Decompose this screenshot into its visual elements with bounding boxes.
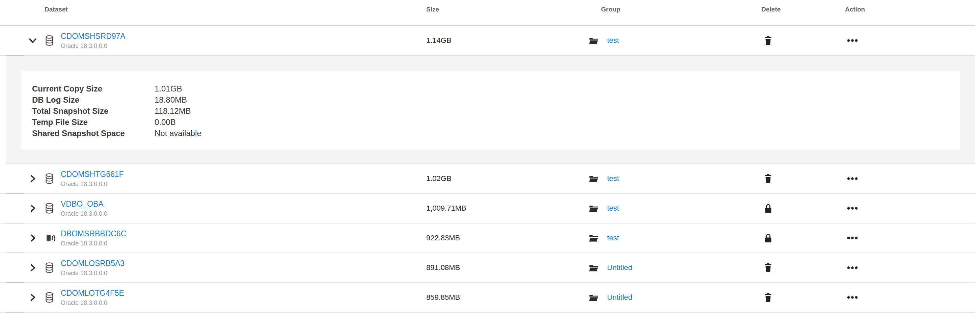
folder-icon [589,175,598,182]
group-cell: test [589,234,619,243]
chevron-right-icon[interactable] [27,292,38,303]
database-icon [45,35,53,46]
dataset-name-link[interactable]: CDOMSHTG661F [61,170,124,179]
detail-value: Not available [154,128,202,139]
dataset-name-link[interactable]: VDBO_OBA [61,199,107,209]
group-cell: test [589,36,619,45]
expanded-row-panel: Current Copy Size 1.01GB DB Log Size 18.… [6,56,975,164]
lock-icon[interactable] [760,204,776,213]
dataset-size: 1,009.71MB [426,204,466,213]
dataset-engine-label: Oracle 18.3.0.0.0 [61,270,124,277]
group-cell: Untitled [589,293,632,302]
dataset-name-cell: CDOMSHTG661F Oracle 18.3.0.0.0 [61,170,124,188]
group-link[interactable]: test [607,36,619,45]
group-link[interactable]: test [607,174,619,183]
table-row: VDBO_OBA Oracle 18.3.0.0.0 1,009.71MB te… [0,194,975,223]
dataset-name-link[interactable]: CDOMSHSRD97A [61,32,126,41]
detail-line: DB Log Size 18.80MB [32,94,960,105]
trash-icon[interactable] [760,263,776,273]
dataset-name-link[interactable]: DBOMSRBBDC6C [61,229,126,238]
column-header-group: Group [601,6,620,13]
dataset-name-cell: CDOMLOTG4F5E Oracle 18.3.0.0.0 [61,289,124,306]
dataset-engine-label: Oracle 18.3.0.0.0 [61,300,124,306]
dataset-engine-label: Oracle 18.3.0.0.0 [61,210,107,217]
ellipsis-icon[interactable] [844,177,861,180]
database-icon [45,173,53,184]
trash-icon[interactable] [760,174,776,184]
detail-line: Shared Snapshot Space Not available [32,128,960,139]
group-link[interactable]: test [607,234,619,243]
database-icon [45,203,53,214]
trash-icon[interactable] [760,36,776,45]
dataset-table: Dataset Size Group Delete Action CDOMSHS… [0,0,975,313]
group-link[interactable]: test [607,204,619,213]
column-header-dataset: Dataset [45,6,68,13]
group-cell: test [589,204,619,213]
folder-icon [589,37,598,44]
dataset-engine-label: Oracle 18.3.0.0.0 [61,43,126,49]
database-icon [45,292,53,303]
lock-icon[interactable] [760,233,776,243]
ellipsis-icon[interactable] [844,39,861,42]
detail-label: DB Log Size [32,94,154,105]
column-header-action: Action [845,6,865,13]
dataset-size: 1.02GB [426,174,452,183]
ellipsis-icon[interactable] [844,237,861,240]
folder-icon [589,264,598,271]
folder-icon [589,235,598,242]
dataset-name-link[interactable]: CDOMLOSRB5A3 [61,259,124,268]
detail-label: Shared Snapshot Space [32,128,154,139]
detail-label: Current Copy Size [32,83,154,94]
group-cell: test [589,174,619,183]
group-link[interactable]: Untitled [607,293,632,302]
trash-icon[interactable] [760,293,776,302]
group-link[interactable]: Untitled [607,263,632,272]
detail-value: 0.00B [154,117,176,128]
dataset-size: 922.83MB [426,234,460,243]
folder-icon [589,205,598,212]
table-row: DBOMSRBBDC6C Oracle 18.3.0.0.0 922.83MB … [0,223,975,253]
dataset-name-cell: DBOMSRBBDC6C Oracle 18.3.0.0.0 [61,229,126,247]
table-row: CDOMLOSRB5A3 Oracle 18.3.0.0.0 891.08MB … [0,253,975,283]
dataset-detail-card: Current Copy Size 1.01GB DB Log Size 18.… [21,71,960,150]
detail-value: 1.01GB [154,83,182,94]
detail-label: Total Snapshot Size [32,105,154,117]
dataset-engine-label: Oracle 18.3.0.0.0 [61,180,124,188]
ellipsis-icon[interactable] [844,207,861,210]
dataset-name-link[interactable]: CDOMLOTG4F5E [61,289,124,298]
chevron-right-icon[interactable] [27,262,38,273]
dataset-size: 1.14GB [426,36,452,45]
dataset-name-cell: CDOMLOSRB5A3 Oracle 18.3.0.0.0 [61,259,124,277]
column-header-delete: Delete [761,6,781,13]
column-header-size: Size [426,6,439,13]
ellipsis-icon[interactable] [844,267,861,270]
table-header-row: Dataset Size Group Delete Action [0,0,975,26]
table-row: CDOMSHTG661F Oracle 18.3.0.0.0 1.02GB te… [0,164,975,194]
detail-label: Temp File Size [32,117,154,128]
group-cell: Untitled [589,263,632,272]
table-row: CDOMSHSRD97A Oracle 18.3.0.0.0 1.14GB te… [0,26,975,56]
detail-line: Current Copy Size 1.01GB [32,83,960,94]
database-icon [45,262,53,273]
dataset-size: 859.85MB [426,293,460,302]
chevron-right-icon[interactable] [27,203,38,214]
dataset-name-cell: VDBO_OBA Oracle 18.3.0.0.0 [61,199,107,217]
detail-value: 18.80MB [154,94,187,105]
dataset-size: 891.08MB [426,263,460,272]
chevron-right-icon[interactable] [27,173,38,184]
chevron-down-icon[interactable] [27,35,38,46]
ellipsis-icon[interactable] [844,296,861,299]
dataset-engine-label: Oracle 18.3.0.0.0 [61,240,126,247]
detail-line: Total Snapshot Size 118.12MB [32,105,960,117]
dataset-name-cell: CDOMSHSRD97A Oracle 18.3.0.0.0 [61,32,126,49]
detail-value: 118.12MB [154,105,191,117]
database-broadcast-icon [45,233,57,243]
table-row: CDOMLOTG4F5E Oracle 18.3.0.0.0 859.85MB … [0,283,975,313]
detail-line: Temp File Size 0.00B [32,117,960,128]
folder-icon [589,294,598,301]
chevron-right-icon[interactable] [27,232,38,244]
